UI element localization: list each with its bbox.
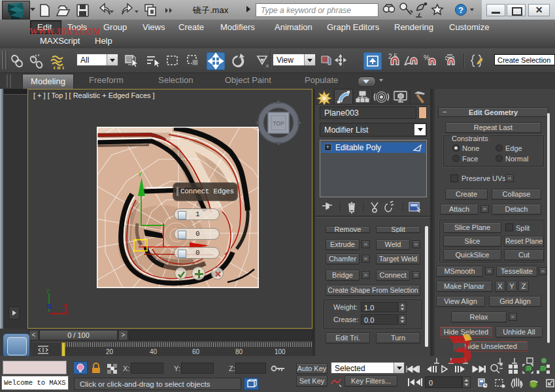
svg-text:y: y [139,170,142,176]
svg-text:?: ? [458,5,463,15]
svg-text:y: y [46,287,50,293]
svg-text:TOP: TOP [273,120,284,127]
